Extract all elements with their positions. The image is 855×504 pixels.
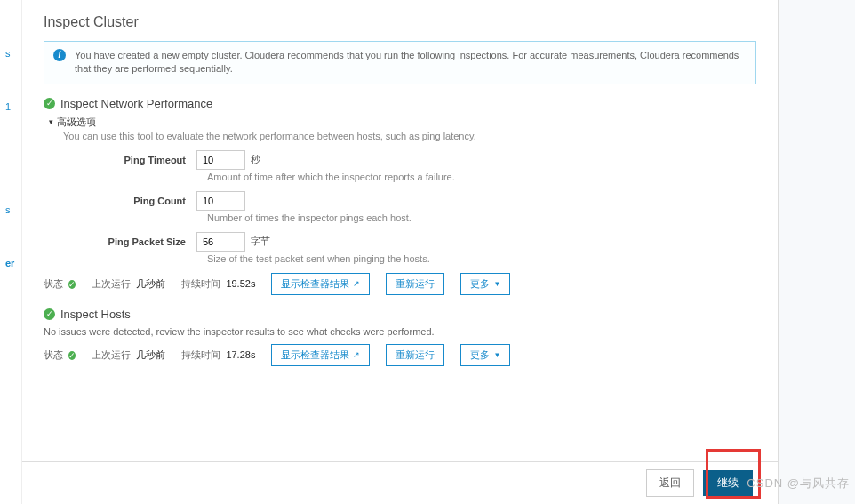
info-icon: i bbox=[53, 49, 66, 61]
chevron-down-icon: ▾ bbox=[49, 117, 53, 126]
section-network-label: Inspect Network Performance bbox=[60, 97, 212, 110]
advanced-options-desc: You can use this tool to evaluate the ne… bbox=[44, 131, 756, 141]
caret-down-icon: ▼ bbox=[493, 280, 500, 288]
ping-timeout-unit: 秒 bbox=[251, 153, 260, 166]
rerun-button[interactable]: 重新运行 bbox=[386, 344, 444, 366]
advanced-options-toggle[interactable]: ▾ 高级选项 bbox=[44, 116, 756, 129]
page-title: Inspect Cluster bbox=[44, 14, 756, 30]
section-network-title: ✓ Inspect Network Performance bbox=[44, 97, 756, 110]
hosts-desc: No issues were detected, review the insp… bbox=[44, 326, 756, 337]
more-button[interactable]: 更多▼ bbox=[460, 344, 510, 366]
ping-timeout-help: Amount of time after which the inspector… bbox=[44, 172, 756, 182]
hosts-status-row: 状态 ✓ 上次运行 几秒前 持续时间 17.28s 显示检查器结果↗ 重新运行 … bbox=[44, 344, 756, 366]
main-panel: Inspect Cluster i You have created a new… bbox=[22, 0, 779, 504]
network-status-row: 状态 ✓ 上次运行 几秒前 持续时间 19.52s 显示检查器结果↗ 重新运行 … bbox=[44, 273, 756, 295]
ping-packet-label: Ping Packet Size bbox=[63, 236, 196, 247]
ping-count-help: Number of times the inspector pings each… bbox=[44, 212, 756, 223]
ping-timeout-input[interactable] bbox=[196, 150, 245, 170]
advanced-options-label: 高级选项 bbox=[57, 116, 96, 129]
info-box: i You have created a new empty cluster. … bbox=[44, 41, 756, 84]
ping-count-label: Ping Count bbox=[63, 196, 196, 206]
ping-timeout-label: Ping Timeout bbox=[63, 155, 196, 165]
duration-label: 持续时间 bbox=[181, 278, 220, 289]
section-hosts-label: Inspect Hosts bbox=[60, 308, 131, 321]
ping-packet-unit: 字节 bbox=[251, 235, 270, 248]
rerun-button[interactable]: 重新运行 bbox=[386, 273, 444, 295]
external-link-icon: ↗ bbox=[353, 279, 360, 288]
rail-item[interactable]: 1 bbox=[0, 100, 21, 114]
rail-item[interactable]: s bbox=[0, 203, 21, 217]
duration-value: 19.52s bbox=[226, 278, 255, 289]
continue-button[interactable]: 继续 bbox=[703, 470, 753, 496]
rail-item[interactable]: s bbox=[0, 46, 21, 60]
check-icon: ✓ bbox=[68, 280, 76, 289]
last-run-value: 几秒前 bbox=[136, 349, 165, 360]
show-results-button[interactable]: 显示检查器结果↗ bbox=[271, 273, 370, 295]
left-rail: s 1 s er bbox=[0, 0, 22, 504]
check-icon: ✓ bbox=[44, 98, 55, 109]
section-hosts-title: ✓ Inspect Hosts bbox=[44, 308, 756, 321]
check-icon: ✓ bbox=[44, 308, 55, 320]
ping-packet-input[interactable] bbox=[196, 232, 245, 252]
footer-bar: 返回 继续 bbox=[22, 461, 778, 504]
more-button[interactable]: 更多▼ bbox=[460, 273, 510, 295]
last-run-label: 上次运行 bbox=[92, 349, 131, 360]
info-text: You have created a new empty cluster. Cl… bbox=[75, 49, 747, 76]
status-label: 状态 bbox=[44, 349, 63, 360]
ping-count-input[interactable] bbox=[196, 191, 245, 211]
last-run-label: 上次运行 bbox=[92, 278, 131, 289]
status-label: 状态 bbox=[44, 278, 63, 289]
ping-packet-help: Size of the test packet sent when pingin… bbox=[44, 253, 756, 264]
external-link-icon: ↗ bbox=[353, 350, 360, 359]
check-icon: ✓ bbox=[68, 351, 76, 360]
show-results-button[interactable]: 显示检查器结果↗ bbox=[271, 344, 370, 366]
last-run-value: 几秒前 bbox=[136, 278, 165, 289]
back-button[interactable]: 返回 bbox=[646, 469, 694, 497]
duration-label: 持续时间 bbox=[181, 349, 220, 360]
rail-item[interactable]: er bbox=[0, 256, 21, 270]
duration-value: 17.28s bbox=[226, 349, 255, 360]
caret-down-icon: ▼ bbox=[493, 351, 500, 359]
